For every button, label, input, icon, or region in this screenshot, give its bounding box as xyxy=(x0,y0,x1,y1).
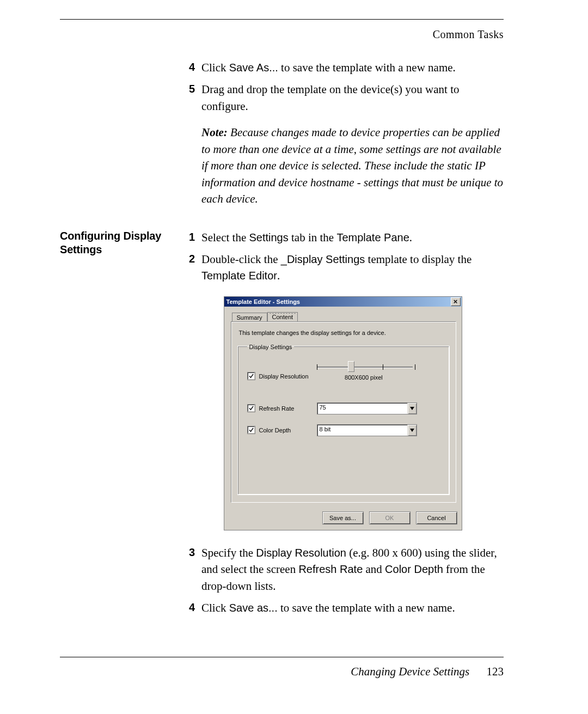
text-run: to save the template with a new name. xyxy=(278,61,456,74)
dropdown-button[interactable] xyxy=(407,425,416,436)
page-number: 123 xyxy=(487,665,504,678)
section-steps-before-dialog: 1Select the Settings tab in the Template… xyxy=(182,229,504,284)
dialog-title: Template Editor - Settings xyxy=(226,298,451,305)
text-run: template to display the xyxy=(365,253,471,266)
color-depth-combo[interactable]: 8 bit xyxy=(317,424,417,436)
tab-content[interactable]: Content xyxy=(267,312,298,322)
chevron-down-icon xyxy=(410,407,414,410)
check-icon xyxy=(249,374,254,379)
slider-track xyxy=(317,367,413,368)
text-run: Specify the xyxy=(201,546,256,559)
slider-value: 800X600 pixel xyxy=(345,374,383,381)
step-item: 4Click Save As... to save the template w… xyxy=(182,59,504,76)
row-color-depth: Color Depth 8 bit xyxy=(247,424,441,436)
slider-thumb[interactable] xyxy=(348,361,354,372)
ui-label: Display Resolution xyxy=(256,547,346,559)
cancel-button[interactable]: Cancel xyxy=(416,511,457,524)
step-number: 2 xyxy=(182,251,195,267)
dropdown-button[interactable] xyxy=(407,403,416,414)
text-run: Click xyxy=(201,61,229,74)
step-text: Double-click the _Display Settings templ… xyxy=(201,253,471,282)
step-text: Specify the Display Resolution (e.g. 800… xyxy=(201,546,497,593)
rule-bottom xyxy=(60,657,504,657)
text-run: Click xyxy=(201,601,229,614)
rule-top xyxy=(60,19,504,20)
slider-tick xyxy=(383,364,383,370)
text-run: Select the xyxy=(201,231,249,244)
tabstrip: Summary Content xyxy=(231,312,456,322)
slider-tick xyxy=(415,364,415,370)
section-steps-after-dialog: 3Specify the Display Resolution (e.g. 80… xyxy=(182,545,504,617)
text-run: Drag and drop the template on the device… xyxy=(201,83,460,112)
refresh-value: 75 xyxy=(317,403,407,414)
step-text: Click Save As... to save the template wi… xyxy=(201,61,456,74)
step-item: 2Double-click the _Display Settings temp… xyxy=(182,251,504,284)
dialog-screenshot: Template Editor - Settings × Summary Con… xyxy=(182,296,504,530)
section-configuring-display: Configuring Display Settings 1Select the… xyxy=(60,229,504,622)
ui-label: Color Depth xyxy=(385,563,443,575)
check-icon xyxy=(249,406,254,411)
document-page: Common Tasks 4Click Save As... to save t… xyxy=(0,0,588,714)
text-run: to save the template with a new name. xyxy=(278,601,455,614)
step-number: 3 xyxy=(182,545,195,560)
step-number: 1 xyxy=(182,229,195,245)
step-text: Select the Settings tab in the Template … xyxy=(201,231,412,244)
label-color-depth: Color Depth xyxy=(259,427,314,434)
color-depth-value: 8 bit xyxy=(317,425,407,436)
note-prefix: Note: xyxy=(201,126,228,139)
text-run: and xyxy=(363,563,385,576)
group-legend: Display Settings xyxy=(247,344,295,350)
ui-label: Save as... xyxy=(229,602,278,614)
text-run: Double-click the xyxy=(201,253,281,266)
step-number: 4 xyxy=(182,600,195,615)
note-block: Note: Because changes made to device pro… xyxy=(182,124,504,207)
row-refresh-rate: Refresh Rate 75 xyxy=(247,402,441,414)
display-settings-group: Display Settings Display Resolution xyxy=(238,344,449,495)
note-body: Because changes made to device propertie… xyxy=(201,126,503,205)
ui-label: Template Pane xyxy=(336,231,409,243)
refresh-combo[interactable]: 75 xyxy=(317,402,417,414)
chevron-down-icon xyxy=(410,429,414,432)
titlebar: Template Editor - Settings × xyxy=(224,297,462,307)
ok-button[interactable]: OK xyxy=(369,511,411,524)
top-steps-list: 4Click Save As... to save the template w… xyxy=(182,59,504,114)
label-refresh: Refresh Rate xyxy=(259,405,314,412)
step-item: 5Drag and drop the template on the devic… xyxy=(182,81,504,114)
checkbox-resolution[interactable] xyxy=(247,372,255,380)
section-heading: Configuring Display Settings xyxy=(60,229,174,622)
resolution-slider[interactable]: 800X600 pixel xyxy=(317,360,417,379)
step-text: Drag and drop the template on the device… xyxy=(201,83,460,112)
step-number: 5 xyxy=(182,81,195,97)
step-text: Click Save as... to save the template wi… xyxy=(201,601,455,614)
ui-label: Refresh Rate xyxy=(298,563,363,575)
step-number: 4 xyxy=(182,59,195,75)
checkbox-refresh[interactable] xyxy=(247,404,255,412)
dialog-body: Summary Content This template changes th… xyxy=(224,307,462,506)
ui-label: _Display Settings xyxy=(281,253,365,265)
tab-panel: This template changes the display settin… xyxy=(231,321,456,503)
page-footer: Changing Device Settings 123 xyxy=(60,665,504,679)
close-icon: × xyxy=(454,298,458,305)
text-run: . xyxy=(277,269,280,282)
running-header: Common Tasks xyxy=(60,28,504,41)
template-editor-dialog: Template Editor - Settings × Summary Con… xyxy=(224,296,462,530)
step-item: 4Click Save as... to save the template w… xyxy=(182,600,504,616)
dialog-button-row: Save as... OK Cancel xyxy=(224,506,462,530)
checkbox-color-depth[interactable] xyxy=(247,426,255,434)
dialog-desc: This template changes the display settin… xyxy=(239,329,448,336)
label-resolution: Display Resolution xyxy=(259,373,314,380)
close-button[interactable]: × xyxy=(451,297,461,306)
row-display-resolution: Display Resolution 800X600 pixel xyxy=(247,360,441,393)
slider-tick xyxy=(317,364,317,370)
check-icon xyxy=(249,428,254,432)
step-item: 3Specify the Display Resolution (e.g. 80… xyxy=(182,545,504,594)
step-item: 1Select the Settings tab in the Template… xyxy=(182,229,504,246)
text-run: . xyxy=(409,231,412,244)
footer-section: Changing Device Settings xyxy=(351,665,469,678)
ui-label: Save As... xyxy=(229,62,278,74)
text-run: tab in the xyxy=(289,231,337,244)
ui-label: Template Editor xyxy=(201,270,277,282)
upper-block: 4Click Save As... to save the template w… xyxy=(60,59,504,211)
ui-label: Settings xyxy=(249,231,288,243)
save-as-button[interactable]: Save as... xyxy=(322,511,364,524)
